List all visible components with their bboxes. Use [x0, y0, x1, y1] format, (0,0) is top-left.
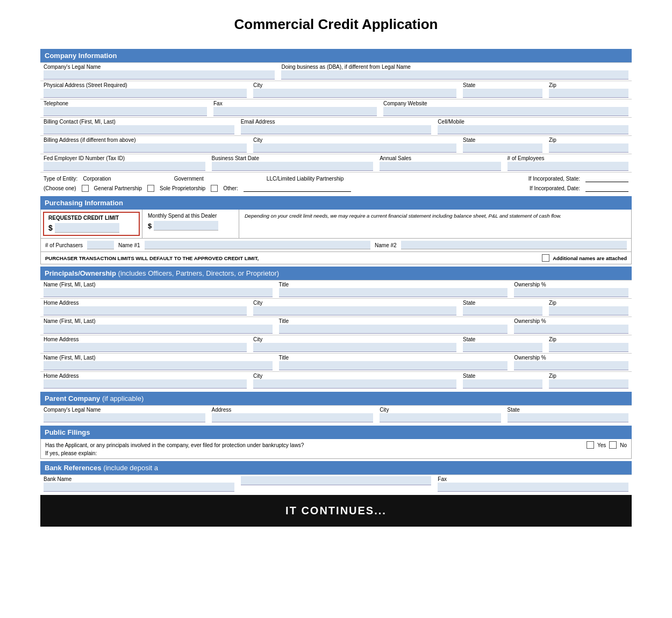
billing-zip-input[interactable]	[549, 143, 628, 153]
legal-name-label: Company's Legal Name	[44, 64, 275, 70]
bank-name-input[interactable]	[44, 483, 234, 492]
continues-overlay: IT CONTINUES...	[40, 495, 632, 527]
p3-name-input[interactable]	[44, 361, 273, 370]
billing-address-input[interactable]	[44, 143, 247, 153]
monthly-spend-input[interactable]	[154, 221, 218, 231]
p2-zip-label: Zip	[549, 336, 628, 342]
p1-state-input[interactable]	[463, 306, 542, 315]
p1-title-input[interactable]	[279, 288, 508, 297]
bank-references-section: Bank References (include deposit a Bank …	[40, 461, 632, 527]
p1-address-input[interactable]	[44, 306, 247, 315]
p1-ownership-input[interactable]	[514, 288, 628, 297]
general-partnership-label: General Partnership	[94, 185, 142, 191]
employees-label: # of Employees	[507, 155, 628, 161]
dba-input[interactable]	[281, 70, 628, 80]
government-label: Government	[174, 176, 204, 182]
purchasing-information-section: Purchasing Information REQUESTED CrEDIT …	[40, 196, 632, 264]
employees-input[interactable]	[507, 162, 628, 171]
parent-company-section: Parent Company (if applicable) Company's…	[40, 392, 632, 423]
credit-limit-input[interactable]	[55, 223, 119, 233]
if-inc-date-input[interactable]	[585, 184, 628, 192]
credit-limit-box: REQUESTED CrEDIT LIMIT $	[43, 212, 140, 236]
bank-extra-input[interactable]	[241, 476, 432, 485]
city-input[interactable]	[253, 89, 456, 98]
yes-checkbox[interactable]	[587, 441, 594, 449]
p3-city-input[interactable]	[253, 379, 456, 389]
p1-address-label: Home Address	[44, 300, 247, 306]
telephone-input[interactable]	[44, 107, 207, 116]
p2-address-input[interactable]	[44, 343, 247, 352]
p2-title-input[interactable]	[279, 325, 508, 334]
p1-zip-label: Zip	[549, 300, 628, 306]
bank-fax-input[interactable]	[438, 483, 628, 492]
physical-address-input[interactable]	[44, 89, 247, 98]
p2-name-input[interactable]	[44, 325, 273, 334]
no-checkbox[interactable]	[609, 441, 617, 449]
num-purchasers-label: # of Purchasers	[45, 242, 83, 248]
legal-name-input[interactable]	[44, 70, 275, 80]
p2-zip-input[interactable]	[549, 343, 628, 352]
p1-ownership-label: Ownership %	[514, 282, 628, 288]
state-label: State	[463, 82, 542, 88]
cell-label: Cell/Mobile	[438, 119, 628, 125]
corporation-checkbox[interactable]	[82, 185, 89, 192]
transaction-notice-text: PURCHASER TRANSACTION LIMITS WILL DEFAUL…	[45, 255, 259, 261]
public-filings-row: Has the Applicant, or any principals inv…	[40, 439, 632, 459]
cell-input[interactable]	[438, 125, 628, 134]
company-info-header: Company Information	[40, 49, 632, 62]
parent-legal-name-input[interactable]	[44, 413, 205, 422]
sole-proprietorship-checkbox[interactable]	[147, 185, 154, 192]
sole-proprietorship-label: Sole Proprietorship	[160, 185, 205, 191]
p3-zip-label: Zip	[549, 373, 628, 379]
fed-employer-input[interactable]	[44, 162, 205, 171]
billing-contact-input[interactable]	[44, 125, 234, 134]
p3-state-input[interactable]	[463, 379, 542, 389]
num-purchasers-input[interactable]	[87, 241, 114, 249]
website-input[interactable]	[383, 107, 628, 116]
parent-state-input[interactable]	[507, 413, 628, 422]
billing-city-input[interactable]	[253, 143, 456, 153]
other-checkbox[interactable]	[211, 185, 218, 192]
p1-city-input[interactable]	[253, 306, 456, 315]
p2-ownership-label: Ownership %	[514, 318, 628, 324]
p1-state-label: State	[463, 300, 542, 306]
p2-ownership-input[interactable]	[514, 325, 628, 334]
parent-state-label: State	[507, 407, 628, 413]
parent-company-sub: (if applicable)	[102, 394, 144, 403]
state-input[interactable]	[463, 89, 542, 98]
credit-limit-title: REQUESTED CrEDIT LIMIT	[48, 215, 134, 221]
billing-state-input[interactable]	[463, 143, 542, 153]
annual-sales-input[interactable]	[380, 162, 501, 171]
p2-state-input[interactable]	[463, 343, 542, 352]
email-input[interactable]	[241, 125, 432, 134]
bank-name-label: Bank Name	[44, 476, 234, 482]
p3-title-input[interactable]	[279, 361, 508, 370]
fax-input[interactable]	[213, 107, 377, 116]
if-inc-state-input[interactable]	[585, 175, 628, 182]
page-title: Commercial Credit Application	[40, 16, 632, 33]
p1-title-label: Title	[279, 282, 508, 288]
city-label: City	[253, 82, 456, 88]
p2-title-label: Title	[279, 318, 508, 324]
billing-zip-label: Zip	[549, 137, 628, 143]
parent-company-header: Parent Company (if applicable)	[40, 392, 632, 405]
name1-input[interactable]	[145, 241, 370, 249]
public-filings-question: Has the Applicant, or any principals inv…	[45, 442, 304, 448]
p2-city-input[interactable]	[253, 343, 456, 352]
business-start-input[interactable]	[212, 162, 374, 171]
other-input[interactable]	[244, 184, 351, 192]
p3-address-input[interactable]	[44, 379, 247, 389]
p1-zip-input[interactable]	[549, 306, 628, 315]
llc-label: LLC/Limited Liability Partnership	[267, 176, 344, 182]
p2-state-label: State	[463, 336, 542, 342]
parent-city-input[interactable]	[380, 413, 501, 422]
p1-name-input[interactable]	[44, 288, 273, 297]
additional-names-checkbox[interactable]	[542, 254, 549, 262]
zip-input[interactable]	[549, 89, 628, 98]
p3-ownership-input[interactable]	[514, 361, 628, 370]
if-inc-state-label: If Incorporated, State:	[528, 176, 580, 182]
billing-city-label: City	[253, 137, 456, 143]
parent-address-input[interactable]	[212, 413, 374, 422]
p3-zip-input[interactable]	[549, 379, 628, 389]
name2-input[interactable]	[401, 241, 627, 249]
